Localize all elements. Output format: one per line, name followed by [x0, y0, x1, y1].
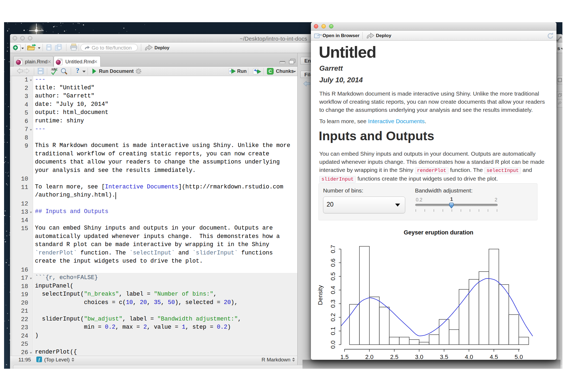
- svg-text:0.2: 0.2: [330, 313, 336, 322]
- svg-text:0.7: 0.7: [330, 245, 336, 253]
- svg-text:4.5: 4.5: [490, 354, 498, 360]
- svg-text:0.1: 0.1: [330, 327, 336, 335]
- svg-text:3.5: 3.5: [440, 354, 448, 360]
- svg-text:0.5: 0.5: [330, 272, 336, 281]
- svg-text:4.0: 4.0: [465, 354, 473, 360]
- svg-text:3.0: 3.0: [415, 354, 423, 360]
- svg-text:2.0: 2.0: [365, 354, 374, 360]
- svg-text:0.4: 0.4: [330, 286, 336, 294]
- svg-text:ABC: ABC: [51, 67, 58, 71]
- svg-text:0.6: 0.6: [330, 259, 336, 267]
- svg-text:1.5: 1.5: [340, 354, 349, 360]
- svg-text:2.5: 2.5: [390, 354, 398, 360]
- svg-text:0.0: 0.0: [330, 341, 336, 349]
- svg-text:5.0: 5.0: [515, 354, 523, 360]
- svg-text:C: C: [269, 69, 272, 74]
- svg-text:Geyser eruption duration: Geyser eruption duration: [404, 229, 474, 236]
- svg-text:Density: Density: [317, 285, 324, 305]
- svg-text:0.3: 0.3: [330, 299, 336, 308]
